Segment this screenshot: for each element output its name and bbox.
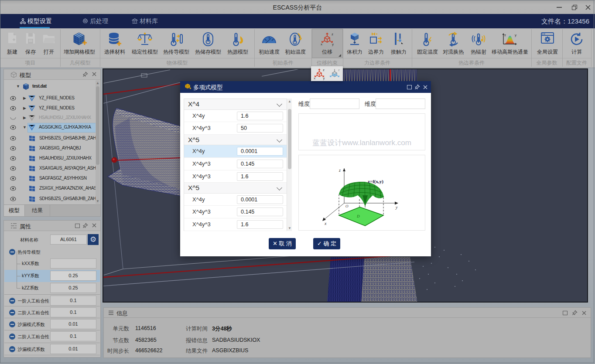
svg-text:D: D (356, 214, 360, 218)
svg-text:z: z (504, 33, 506, 37)
svg-text:y: y (323, 76, 325, 80)
svg-text:z: z (332, 32, 333, 36)
svg-text:O: O (345, 204, 349, 208)
svg-text:y: y (515, 33, 516, 37)
svg-text:x: x (314, 76, 315, 80)
svg-text:z=f(x,y): z=f(x,y) (368, 179, 383, 184)
svg-text:x: x (321, 42, 322, 46)
svg-text:z: z (339, 168, 341, 173)
svg-text:z: z (323, 68, 325, 72)
svg-text:y: y (332, 42, 334, 46)
svg-text:x: x (324, 221, 327, 226)
svg-text:z: z (338, 68, 340, 72)
svg-text:y: y (395, 205, 398, 210)
